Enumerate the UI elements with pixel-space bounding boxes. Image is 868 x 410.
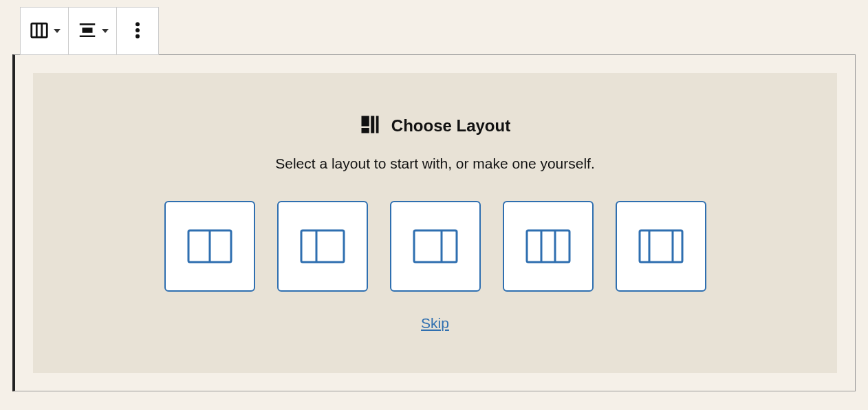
svg-rect-9 xyxy=(361,116,369,127)
align-icon xyxy=(77,20,98,43)
align-button[interactable] xyxy=(69,8,117,54)
placeholder-heading: Choose Layout xyxy=(360,114,510,138)
layout-option-two-right-third[interactable] xyxy=(390,201,481,292)
layout-option-three-wide-center[interactable] xyxy=(616,201,706,292)
layout-option-three-equal[interactable] xyxy=(503,201,594,292)
svg-rect-11 xyxy=(371,116,374,133)
layout-options xyxy=(164,201,706,292)
placeholder-subtitle: Select a layout to start with, or make o… xyxy=(275,155,595,172)
chevron-down-icon xyxy=(102,29,109,33)
block-toolbar xyxy=(20,7,159,55)
placeholder-title: Choose Layout xyxy=(391,116,510,136)
svg-rect-17 xyxy=(414,230,457,262)
columns-icon xyxy=(29,20,50,43)
columns-block-frame: Choose Layout Select a layout to start w… xyxy=(12,54,856,391)
svg-rect-10 xyxy=(361,128,369,133)
layout-placeholder: Choose Layout Select a layout to start w… xyxy=(33,73,837,373)
svg-point-7 xyxy=(135,28,140,32)
skip-link[interactable]: Skip xyxy=(421,315,449,332)
svg-point-6 xyxy=(135,22,140,26)
svg-rect-4 xyxy=(82,28,92,33)
layout-option-two-left-third[interactable] xyxy=(277,201,368,292)
svg-rect-0 xyxy=(31,23,47,37)
layout-option-two-equal[interactable] xyxy=(164,201,255,292)
svg-rect-19 xyxy=(527,230,569,262)
more-options-button[interactable] xyxy=(117,8,158,54)
svg-rect-22 xyxy=(640,230,682,262)
chevron-down-icon xyxy=(54,29,61,33)
layout-icon xyxy=(360,114,380,138)
svg-rect-12 xyxy=(376,116,379,133)
more-vertical-icon xyxy=(134,20,141,43)
columns-block-button[interactable] xyxy=(21,8,69,54)
svg-point-8 xyxy=(135,34,140,38)
svg-rect-15 xyxy=(301,230,344,262)
